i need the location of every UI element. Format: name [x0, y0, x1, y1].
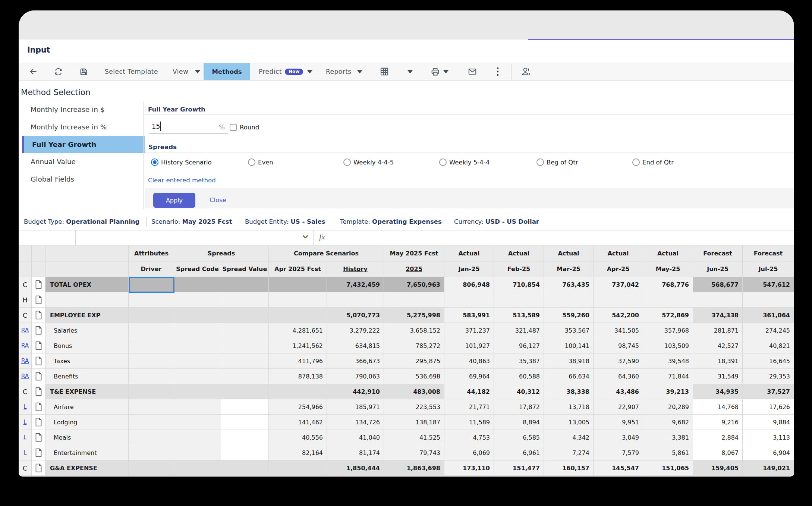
grid-cell[interactable]: 6,069	[444, 445, 494, 461]
close-button[interactable]: Close	[210, 197, 226, 204]
row-name[interactable]: T&E EXPENSE	[45, 384, 129, 399]
grid-cell[interactable]: 7,650,963	[384, 277, 444, 292]
grid-cell[interactable]: 785,272	[384, 338, 444, 353]
grid-cell[interactable]: 6,961	[494, 445, 544, 461]
grid-cell[interactable]: 31,549	[693, 369, 743, 384]
radio-even[interactable]	[248, 158, 255, 166]
cell-reference-dropdown-icon[interactable]	[303, 235, 308, 239]
view-dropdown[interactable]: View	[173, 63, 201, 80]
document-cell[interactable]	[32, 277, 45, 292]
document-cell[interactable]	[32, 323, 45, 338]
grid-cell[interactable]: 3,381	[643, 430, 693, 445]
grid-cell[interactable]: 79,743	[384, 445, 444, 461]
grid-cell[interactable]	[129, 338, 174, 353]
grid-cell[interactable]: 559,260	[544, 308, 594, 323]
row-name[interactable]: Lodging	[45, 415, 129, 430]
grid-cell[interactable]	[221, 277, 269, 292]
grid-cell[interactable]	[129, 461, 174, 476]
grid-cell[interactable]	[444, 292, 494, 308]
row-name[interactable]: Benefits	[45, 369, 129, 384]
method-item-global-fields[interactable]: Global Fields	[19, 170, 143, 188]
clear-entered-method-link[interactable]: Clear entered method	[148, 177, 216, 184]
document-cell[interactable]	[32, 292, 45, 308]
grid-cell[interactable]: 98,745	[594, 338, 643, 353]
grid-cell[interactable]: 40,821	[743, 338, 794, 353]
grid-cell[interactable]: 39,548	[643, 353, 693, 369]
grid-cell[interactable]	[129, 430, 174, 445]
grid-cell[interactable]: 71,844	[643, 369, 693, 384]
grid-cell[interactable]: 96,127	[494, 338, 544, 353]
grid-cell[interactable]: 790,063	[327, 369, 384, 384]
column-header-history[interactable]: History	[327, 261, 384, 277]
grid-cell[interactable]: 13,718	[544, 399, 594, 415]
reports-dropdown[interactable]: Reports	[326, 63, 363, 80]
grid-cell[interactable]: 568,677	[693, 277, 743, 292]
grid-cell[interactable]	[129, 323, 174, 338]
grid-cell[interactable]: 21,771	[444, 399, 494, 415]
grid-cell[interactable]	[221, 445, 269, 461]
grid-cell[interactable]	[544, 292, 594, 308]
grid-cell[interactable]	[174, 399, 221, 415]
radio-end-of-qtr[interactable]	[632, 158, 640, 166]
grid-cell[interactable]: 483,008	[384, 384, 444, 399]
grid-cell[interactable]: 60,588	[494, 369, 544, 384]
grid-cell[interactable]: 4,342	[544, 430, 594, 445]
grid-cell[interactable]: 542,200	[594, 308, 643, 323]
grid-cell[interactable]: 40,863	[444, 353, 494, 369]
grid-cell[interactable]: 41,040	[327, 430, 384, 445]
grid-cell[interactable]: 22,907	[594, 399, 643, 415]
email-button[interactable]	[468, 63, 477, 80]
column-header-2025[interactable]: 2025	[384, 261, 444, 277]
grid-cell[interactable]: 9,951	[594, 415, 643, 430]
grid-cell[interactable]: 6,585	[494, 430, 544, 445]
grid-cell[interactable]	[174, 308, 221, 323]
row-name[interactable]	[45, 292, 129, 308]
grid-cell[interactable]	[221, 369, 269, 384]
document-cell[interactable]	[32, 384, 45, 399]
grid-cell[interactable]: 4,281,651	[269, 323, 327, 338]
grid-cell[interactable]: 173,110	[444, 461, 494, 476]
grid-cell[interactable]: 134,726	[327, 415, 384, 430]
grid-cell[interactable]	[129, 399, 174, 415]
radio-beg-of-qtr[interactable]	[536, 158, 544, 166]
grid-cell[interactable]: 353,567	[544, 323, 594, 338]
method-item-monthly-increase-in-[interactable]: Monthly Increase in $	[19, 101, 143, 118]
user-voice-button[interactable]	[521, 63, 531, 80]
grid-cell[interactable]: 69,964	[444, 369, 494, 384]
grid-cell[interactable]	[129, 292, 174, 308]
grid-cell[interactable]	[174, 384, 221, 399]
grid-cell[interactable]	[174, 338, 221, 353]
select-template-button[interactable]: Select Template	[105, 63, 158, 80]
grid-cell[interactable]: 366,673	[327, 353, 384, 369]
row-name[interactable]: Meals	[45, 430, 129, 445]
grid-cell[interactable]: 223,553	[384, 399, 444, 415]
grid-cell[interactable]: 149,021	[743, 461, 794, 476]
document-cell[interactable]	[32, 399, 45, 415]
predict-dropdown[interactable]: Predict New	[259, 63, 313, 80]
grid-cell[interactable]: 1,241,562	[269, 338, 327, 353]
grid-cell[interactable]: 14,768	[693, 399, 743, 415]
grid-cell[interactable]: 101,927	[444, 338, 494, 353]
grid-cell[interactable]: 536,698	[384, 369, 444, 384]
grid-cell[interactable]: 1,850,444	[327, 461, 384, 476]
grid-cell[interactable]	[129, 308, 174, 323]
grid-cell[interactable]	[129, 384, 174, 399]
grid-cell[interactable]: 806,948	[444, 277, 494, 292]
grid-cell[interactable]: 357,968	[643, 323, 693, 338]
grid-cell[interactable]: 6,904	[743, 445, 794, 461]
row-marker[interactable]: L	[19, 399, 32, 415]
grid-cell[interactable]: 38,918	[544, 353, 594, 369]
grid-cell[interactable]: 9,682	[643, 415, 693, 430]
grid-cell[interactable]: 4,753	[444, 430, 494, 445]
grid-cell[interactable]: 295,875	[384, 353, 444, 369]
document-cell[interactable]	[32, 415, 45, 430]
grid-cell[interactable]: 3,049	[594, 430, 643, 445]
grid-cell[interactable]: 145,547	[594, 461, 643, 476]
radio-weekly-4-4-5[interactable]	[343, 158, 351, 166]
grid-cell[interactable]: 37,527	[743, 384, 794, 399]
grid-cell[interactable]: 44,182	[444, 384, 494, 399]
grid-cell[interactable]: 572,869	[643, 308, 693, 323]
grid-cell[interactable]: 9,884	[743, 415, 794, 430]
grid-cell[interactable]: 151,477	[494, 461, 544, 476]
grid-cell[interactable]	[174, 415, 221, 430]
